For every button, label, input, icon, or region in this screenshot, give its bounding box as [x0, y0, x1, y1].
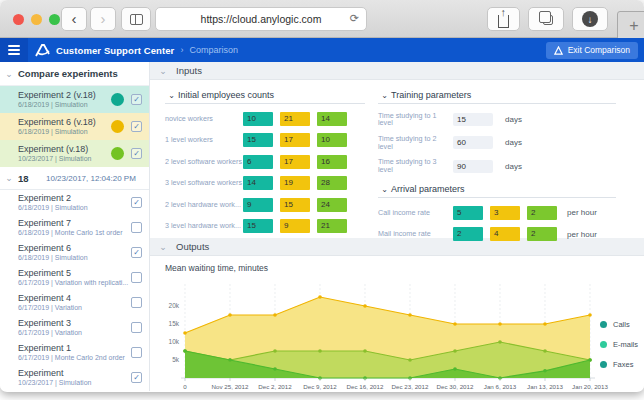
legend-item[interactable]: E-mails [600, 334, 638, 354]
share-button[interactable] [487, 7, 520, 31]
chevron-down-icon [0, 173, 18, 183]
experiment-list-item[interactable]: Experiment 36/17/2019 | Variation [0, 315, 149, 340]
parameter-unit: days [505, 115, 522, 124]
data-point [543, 322, 547, 326]
parameter-value-input[interactable]: 90 [453, 160, 493, 173]
experiment-list-item[interactable]: Experiment 16/17/2019 | Monte Carlo 2nd … [0, 340, 149, 365]
experiment-name: Experiment 6 (v.18) [18, 117, 143, 127]
parameter-value-chip: 2 [453, 227, 483, 241]
parameter-value-input[interactable]: 60 [453, 136, 493, 149]
experiment-checkbox[interactable]: ✓ [131, 148, 142, 159]
experiment-checkbox[interactable]: ✓ [131, 121, 142, 132]
download-icon [582, 11, 598, 27]
experiment-checkbox[interactable] [131, 222, 142, 233]
selected-experiment-row[interactable]: Experiment 6 (v.18)6/18/2019 | Simulatio… [0, 113, 149, 140]
parameter-value-chip: 16 [317, 155, 347, 169]
experiment-group-header[interactable]: 18 10/23/2017, 12:04:20 PM [0, 167, 149, 190]
arrival-subsection-header[interactable]: Arrival parameters [378, 184, 616, 198]
data-point [408, 313, 412, 317]
new-tab-button[interactable] [617, 11, 644, 41]
experiment-checkbox[interactable]: ✓ [131, 372, 142, 383]
legend-label: E-mails [613, 340, 638, 349]
inputs-section-header[interactable]: Inputs [150, 62, 644, 80]
experiment-name: Experiment 1 [18, 343, 143, 353]
parameters-subsection: Training parameters Time studying to 1 l… [378, 90, 616, 241]
y-tick-label: 10k [169, 338, 180, 345]
comparison-main: Inputs Initial employees counts novice w… [150, 62, 644, 391]
data-point [498, 340, 502, 344]
experiment-meta: 6/18/2019 | Simulation [18, 254, 143, 261]
chart-legend: CallsE-mailsFaxes [600, 314, 638, 374]
menu-button[interactable] [0, 38, 28, 62]
parameter-value-chip: 21 [280, 112, 310, 126]
parameter-value-chip: 3 [490, 206, 520, 220]
zoom-window-button[interactable] [49, 14, 60, 25]
experiment-meta: 6/17/2019 | Variation [18, 304, 143, 311]
parameter-unit: days [505, 138, 522, 147]
data-point [453, 367, 457, 371]
parameter-row: Call income rate532per hour [378, 206, 616, 220]
parameter-value-chip: 19 [280, 176, 310, 190]
compare-experiments-header[interactable]: Compare experiments [0, 62, 149, 86]
experiment-list-item[interactable]: Experiment 56/17/2019 | Variation with r… [0, 265, 149, 290]
data-point [588, 358, 592, 362]
share-icon [498, 15, 509, 28]
experiment-checkbox[interactable]: ✓ [131, 94, 142, 105]
parameter-label: 3 level software workers [165, 179, 243, 187]
x-tick-label: Dec 16, 2012 [347, 383, 384, 390]
data-point [363, 349, 367, 353]
experiment-name: Experiment 5 [18, 268, 143, 278]
experiment-checkbox[interactable] [131, 347, 142, 358]
experiment-list-item[interactable]: Experiment 76/18/2019 | Monte Carlo 1st … [0, 215, 149, 240]
address-bar[interactable]: https://cloud.anylogic.com [155, 7, 367, 31]
parameter-value-chip: 10 [317, 133, 347, 147]
sidebar-toggle-button[interactable] [121, 7, 151, 31]
experiment-checkbox[interactable] [131, 322, 142, 333]
back-button[interactable] [61, 7, 87, 31]
parameter-value-chip: 10 [243, 112, 273, 126]
experiment-checkbox[interactable] [131, 272, 142, 283]
exit-comparison-button[interactable]: Exit Comparison [546, 42, 638, 59]
experiment-list-item[interactable]: Experiment 66/18/2019 | Simulation✓ [0, 240, 149, 265]
legend-item[interactable]: Faxes [600, 354, 638, 374]
chevron-down-icon [378, 91, 391, 100]
legend-item[interactable]: Calls [600, 314, 638, 334]
experiment-list-item[interactable]: Experiment10/23/2017 | Simulation✓ [0, 365, 149, 390]
experiment-checkbox[interactable] [131, 297, 142, 308]
employees-subsection-header[interactable]: Initial employees counts [165, 90, 365, 104]
parameter-row: Time studying to 1 level15days [378, 112, 616, 128]
data-point [498, 322, 502, 326]
app-title[interactable]: Customer Support Center [56, 45, 174, 56]
experiment-name: Experiment [18, 368, 143, 378]
training-subsection-header[interactable]: Training parameters [378, 90, 616, 104]
experiment-meta: 6/18/2019 | Simulation [18, 101, 143, 108]
parameter-unit: per hour [567, 208, 597, 217]
x-tick-label: Jan 20, 2013 [572, 383, 608, 390]
download-button[interactable] [572, 7, 608, 31]
tabs-button[interactable] [528, 7, 564, 31]
area-chart: 5k10k15k20k0Nov 25, 2012Dec 2, 2012Dec 9… [150, 276, 644, 391]
group-timestamp: 10/23/2017, 12:04:20 PM [46, 174, 136, 183]
parameter-label: Time studying to 2 level [378, 135, 453, 151]
minimize-window-button[interactable] [31, 14, 42, 25]
app-header: Customer Support Center › Comparison Exi… [0, 38, 644, 62]
experiment-meta: 10/23/2017 | Simulation [18, 155, 143, 162]
chevron-down-icon [378, 185, 391, 194]
parameter-row: Mail income rate242per hour [378, 227, 616, 241]
selected-experiment-row[interactable]: Experiment 2 (v.18)6/18/2019 | Simulatio… [0, 86, 149, 113]
parameter-row: novice workers102114 [165, 112, 365, 126]
x-tick-label: Nov 25, 2012 [212, 383, 249, 390]
experiment-name: Experiment 7 [18, 218, 143, 228]
forward-button[interactable] [90, 7, 116, 31]
chevron-down-icon [150, 242, 176, 252]
close-window-button[interactable] [13, 14, 24, 25]
experiment-checkbox[interactable]: ✓ [131, 197, 142, 208]
parameter-value-input[interactable]: 15 [453, 113, 493, 126]
experiment-name: Experiment 2 (v.18) [18, 90, 143, 100]
experiment-list-item[interactable]: Experiment 46/17/2019 | Variation [0, 290, 149, 315]
experiment-color-dot [111, 120, 124, 133]
selected-experiment-row[interactable]: Experiment (v.18)10/23/2017 | Simulation… [0, 140, 149, 167]
experiment-list-item[interactable]: Experiment 26/18/2019 | Simulation✓ [0, 190, 149, 215]
experiment-checkbox[interactable]: ✓ [131, 247, 142, 258]
parameter-unit: days [505, 162, 522, 171]
